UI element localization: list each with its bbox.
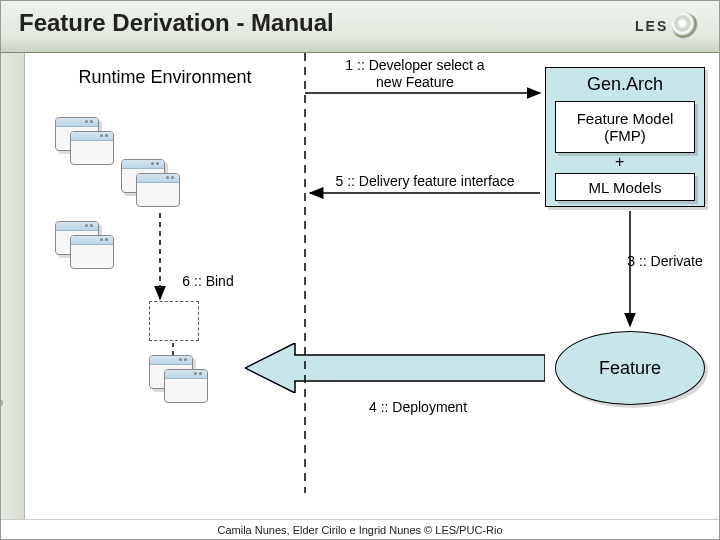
window-icon xyxy=(70,131,114,165)
slide-header: Feature Derivation - Manual LES xyxy=(1,1,719,53)
deployment-arrow-icon xyxy=(245,343,545,393)
footer: Camila Nunes, Elder Cirilo e Ingrid Nune… xyxy=(1,519,719,539)
step-3-label: 3 :: Derivate xyxy=(615,253,715,270)
step-5-label: 5 :: Delivery feature interface xyxy=(325,173,525,190)
genarch-title: Gen.Arch xyxy=(587,74,663,95)
svg-marker-0 xyxy=(245,343,545,393)
sidebar-label: Laboratório de Engenharia de Software xyxy=(0,285,3,509)
bind-target-placeholder xyxy=(149,301,199,341)
logo-text: LES xyxy=(635,18,668,34)
step-6-label: 6 :: Bind xyxy=(173,273,243,290)
window-icon xyxy=(136,173,180,207)
footer-text: Camila Nunes, Elder Cirilo e Ingrid Nune… xyxy=(217,524,502,536)
plus-label: + xyxy=(615,153,624,171)
window-icon xyxy=(164,369,208,403)
les-logo: LES xyxy=(635,11,705,41)
feature-label: Feature xyxy=(599,358,661,379)
fmp-line1: Feature Model xyxy=(577,110,674,127)
logo-swirl-icon xyxy=(672,13,698,39)
slide-title: Feature Derivation - Manual xyxy=(19,9,701,37)
ml-models-label: ML Models xyxy=(589,179,662,196)
fmp-line2: (FMP) xyxy=(604,127,646,144)
window-icon xyxy=(70,235,114,269)
step-1-label: 1 :: Developer select a new Feature xyxy=(325,57,505,91)
feature-model-box: Feature Model (FMP) xyxy=(555,101,695,153)
ml-models-box: ML Models xyxy=(555,173,695,201)
step-4-label: 4 :: Deployment xyxy=(353,399,483,416)
runtime-env-label: Runtime Environment xyxy=(55,67,275,89)
sidebar: Laboratório de Engenharia de Software xyxy=(1,53,25,519)
diagram-canvas: Runtime Environment 1 :: Developer selec… xyxy=(25,53,719,519)
feature-ellipse: Feature xyxy=(555,331,705,405)
